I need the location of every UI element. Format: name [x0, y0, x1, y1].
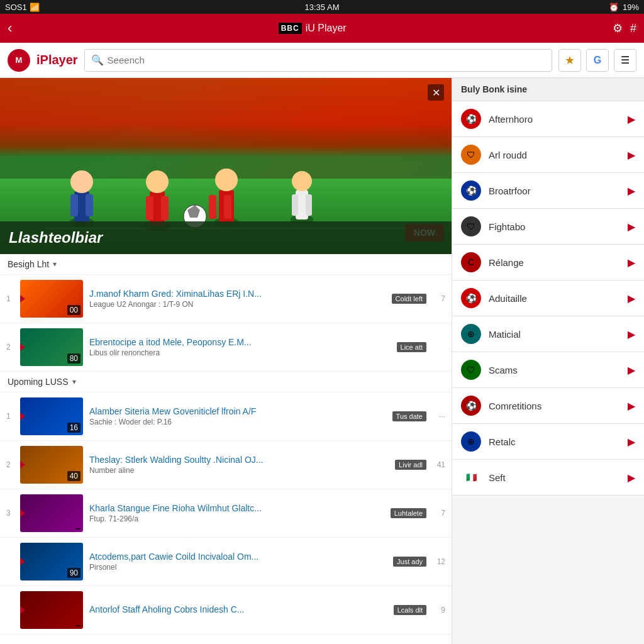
- right-panel-item[interactable]: ⚽ Afternhoro ▶: [452, 101, 644, 137]
- list-item[interactable]: 1 00 J.manof Kharm Gred: XiminaLihas ERj…: [0, 275, 452, 323]
- item-subtitle: Pirsonel: [89, 563, 387, 572]
- svg-rect-19: [306, 194, 312, 216]
- right-item-arrow: ▶: [628, 328, 635, 340]
- right-item-label: Aduitaille: [489, 293, 628, 304]
- design-list: 1 00 J.manof Kharm Gred: XiminaLihas ERj…: [0, 275, 452, 372]
- settings-icon[interactable]: ⚙: [613, 21, 623, 35]
- item-badge: Lice att: [397, 342, 426, 352]
- search-bar[interactable]: 🔍: [84, 49, 552, 72]
- hash-icon[interactable]: #: [630, 22, 636, 35]
- item-subtitle: Number aline: [89, 466, 389, 475]
- right-item-icon: ⊕: [461, 431, 481, 452]
- item-title: J.manof Kharm Gred: XiminaLihas ERj I.N.…: [89, 289, 386, 299]
- thumb-number: 40: [67, 471, 80, 481]
- right-panel-item[interactable]: 🇮🇹 Seft ▶: [452, 460, 644, 496]
- item-count: 12: [433, 557, 445, 566]
- right-item-label: Rélange: [489, 257, 628, 268]
- item-number: 2: [6, 343, 14, 352]
- upcoming-chevron: ▾: [72, 377, 76, 386]
- upcoming-section-header[interactable]: Upoming LUSS ▾: [0, 372, 452, 392]
- search-input[interactable]: [108, 55, 545, 65]
- item-number: 1: [6, 294, 14, 303]
- wifi-icon: 📶: [30, 3, 40, 12]
- menu-button[interactable]: ☰: [614, 49, 636, 72]
- item-info: Alamber Siteria Mew Goveniticlef lfroin …: [89, 406, 386, 426]
- right-panel-item[interactable]: ⚽ Aduitaille ▶: [452, 280, 644, 316]
- right-panel-item[interactable]: C Rélange ▶: [452, 245, 644, 280]
- right-panel: Buly Bonk isine ⚽ Afternhoro ▶ 🛡 Arl rou…: [452, 78, 644, 644]
- right-items-list: ⚽ Afternhoro ▶ 🛡 Arl roudd ▶ ⚽ Broatrfoo…: [452, 101, 644, 496]
- players-svg: [31, 97, 346, 235]
- right-panel-item[interactable]: 🛡 Scams ▶: [452, 352, 644, 388]
- play-icon: [20, 606, 25, 614]
- status-time: 13:35 AM: [305, 3, 340, 12]
- item-badge: Luhtalete: [391, 508, 426, 518]
- svg-rect-3: [70, 194, 78, 216]
- item-number: 3: [6, 509, 14, 518]
- list-item[interactable]: 2 80 Ebrentocipe a itod Mele, Peoponsy E…: [0, 323, 452, 372]
- item-title: Antorlof Staff Aholing Cobrs Inidesh C..…: [89, 604, 387, 614]
- search-prefix-icon: 🔍: [91, 54, 104, 66]
- right-item-label: Broatrfoor: [489, 186, 628, 196]
- hero-title-overlay: Llashteolbiar: [0, 221, 452, 254]
- play-icon: [20, 461, 25, 469]
- right-item-icon: 🛡: [461, 360, 481, 380]
- thumb-number: 16: [67, 423, 80, 433]
- thumb-number: 00: [67, 305, 80, 315]
- right-item-arrow: ▶: [628, 472, 635, 484]
- favorites-button[interactable]: ★: [558, 49, 581, 72]
- right-item-arrow: ▶: [628, 149, 635, 161]
- item-thumbnail: 40: [20, 446, 83, 484]
- right-item-arrow: ▶: [628, 364, 635, 376]
- nav-logo: BBC iU Player: [279, 23, 347, 34]
- item-badge: Coldt left: [392, 294, 426, 304]
- bbc-logo: BBC: [279, 23, 302, 34]
- svg-point-2: [70, 170, 93, 193]
- right-panel-item[interactable]: ⚽ Comretitions ▶: [452, 388, 644, 424]
- nav-bar: ‹ BBC iU Player ⚙ #: [0, 14, 644, 43]
- right-item-icon: 🇮🇹: [461, 467, 481, 487]
- close-button[interactable]: ✕: [428, 84, 444, 101]
- svg-rect-9: [161, 196, 169, 220]
- item-count: 9: [433, 606, 445, 614]
- right-item-label: Scams: [489, 365, 628, 375]
- thumb-number: 80: [67, 353, 80, 364]
- list-item[interactable]: 90 Atcodems,part Cawie Coild Incivaloal …: [0, 538, 452, 586]
- right-panel-item[interactable]: ⊕ Retalc ▶: [452, 424, 644, 460]
- item-subtitle: Libus olir renonchera: [89, 348, 391, 357]
- item-count: 7: [433, 294, 445, 303]
- right-item-arrow: ▶: [628, 185, 635, 197]
- design-section-header[interactable]: Besigh Lht ▾: [0, 254, 452, 275]
- back-button[interactable]: ‹: [8, 20, 12, 36]
- right-panel-item[interactable]: ⚽ Broatrfoor ▶: [452, 173, 644, 209]
- list-item[interactable]: Antorlof Staff Aholing Cobrs Inidesh C..…: [0, 586, 452, 635]
- item-info: Antorlof Staff Aholing Cobrs Inidesh C..…: [89, 604, 387, 616]
- right-panel-item[interactable]: 🛡 Arl roudd ▶: [452, 137, 644, 173]
- design-header-label: Besigh Lht: [8, 259, 49, 269]
- svg-point-7: [146, 170, 169, 193]
- item-info: Atcodems,part Cawie Coild Incivaloal Om.…: [89, 552, 387, 572]
- list-item[interactable]: 1 16 Alamber Siteria Mew Goveniticlef lf…: [0, 392, 452, 441]
- item-thumbnail: [20, 591, 83, 629]
- list-item[interactable]: 3 Kharla Stangue Fine Rioha Wilmhut Glal…: [0, 489, 452, 538]
- google-icon: G: [594, 55, 601, 66]
- google-button[interactable]: G: [586, 49, 609, 72]
- right-item-label: Seft: [489, 472, 628, 483]
- item-number: 1: [6, 412, 14, 421]
- svg-point-12: [215, 169, 238, 191]
- item-title: Atcodems,part Cawie Coild Incivaloal Om.…: [89, 552, 387, 562]
- menu-icon: ☰: [621, 54, 630, 66]
- item-info: Theslay: Stlerk Walding Soultty .Nicinal…: [89, 455, 389, 475]
- item-badge: Lcals dlt: [394, 605, 426, 615]
- item-title: Theslay: Stlerk Walding Soultty .Nicinal…: [89, 455, 389, 465]
- item-thumbnail: 90: [20, 543, 83, 580]
- right-item-icon: 🛡: [461, 145, 481, 165]
- svg-rect-13: [209, 195, 216, 219]
- list-item[interactable]: 2 40 Theslay: Stlerk Walding Soultty .Ni…: [0, 441, 452, 489]
- right-item-label: Afternhoro: [489, 114, 628, 125]
- design-chevron: ▾: [53, 260, 57, 269]
- right-panel-item[interactable]: 🛡 Fightabo ▶: [452, 209, 644, 245]
- item-subtitle: Ftup. 71-296/a: [89, 514, 384, 523]
- item-title: Kharla Stangue Fine Rioha Wilmhut Glaltc…: [89, 503, 384, 513]
- right-panel-item[interactable]: ⊕ Maticial ▶: [452, 316, 644, 352]
